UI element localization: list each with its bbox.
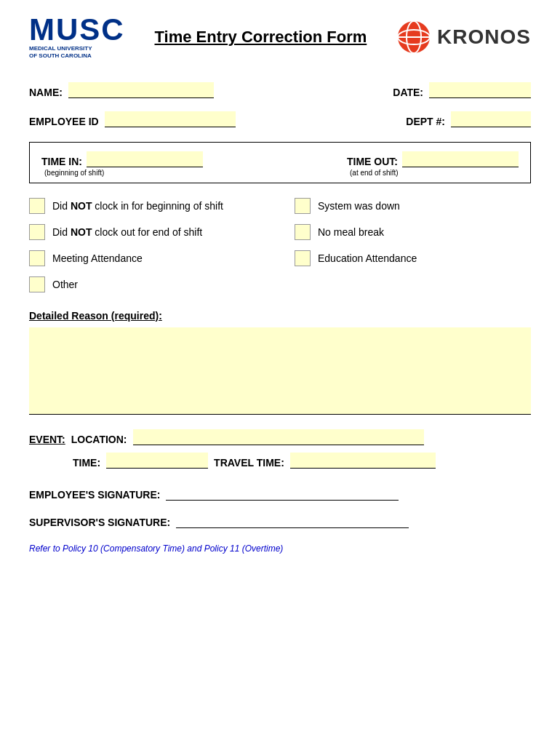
kronos-logo: KRONOS — [396, 20, 531, 55]
time-out-input[interactable] — [402, 151, 519, 167]
event-section: EVENT: LOCATION: TIME: TRAVEL TIME: — [29, 429, 531, 469]
date-input[interactable] — [429, 82, 531, 98]
checkbox-label-education: Education Attendance — [318, 252, 417, 265]
date-label: DATE: — [393, 87, 423, 98]
employee-sig-row: EMPLOYEE'S SIGNATURE: — [29, 486, 531, 501]
name-date-row: NAME: DATE: — [29, 82, 531, 98]
location-input[interactable] — [133, 429, 424, 445]
checkbox-grid: Did NOT clock in for beginning of shift … — [29, 198, 531, 266]
empid-label: EMPLOYEE ID — [29, 116, 99, 127]
footer-text: Refer to Policy 10 (Compensatory Time) a… — [29, 543, 283, 554]
checkbox-item-clock-out: Did NOT clock out for end of shift — [29, 224, 265, 240]
event-time-input[interactable] — [106, 453, 208, 469]
detailed-reason-section: Detailed Reason (required): — [29, 310, 531, 418]
empid-dept-row: EMPLOYEE ID DEPT #: — [29, 111, 531, 127]
checkbox-item-no-meal: No meal break — [295, 224, 531, 240]
musc-logo: MUSC MEDICAL UNIVERSITY OF SOUTH CAROLIN… — [29, 15, 125, 60]
dept-input[interactable] — [451, 111, 531, 127]
employee-sig-line — [166, 486, 399, 501]
checkbox-item-meeting: Meeting Attendance — [29, 250, 265, 266]
time-box: TIME IN: (beginning of shift) TIME OUT: … — [29, 142, 531, 183]
time-out-label: TIME OUT: — [347, 156, 398, 167]
supervisor-sig-label: SUPERVISOR'S SIGNATURE: — [29, 517, 170, 528]
time-out-row: TIME OUT: — [347, 151, 519, 167]
kronos-text: KRONOS — [437, 25, 531, 49]
checkboxes-section: Did NOT clock in for beginning of shift … — [29, 198, 531, 292]
checkbox-other-row: Other — [29, 276, 531, 292]
time-in-label: TIME IN: — [41, 156, 82, 167]
name-label: NAME: — [29, 87, 63, 98]
supervisor-sig-row: SUPERVISOR'S SIGNATURE: — [29, 514, 531, 528]
empid-input[interactable] — [105, 111, 236, 127]
musc-subtitle-line1: MEDICAL UNIVERSITY — [29, 45, 92, 52]
checkbox-system-down[interactable] — [295, 198, 311, 214]
checkbox-clock-in[interactable] — [29, 198, 45, 214]
page-header: MUSC MEDICAL UNIVERSITY OF SOUTH CAROLIN… — [29, 15, 531, 60]
time-in-sublabel: (beginning of shift) — [41, 169, 104, 177]
travel-time-input[interactable] — [290, 453, 436, 469]
name-group: NAME: — [29, 82, 214, 98]
checkbox-item-system-down: System was down — [295, 198, 531, 214]
musc-letters: MUSC — [29, 15, 125, 45]
dept-label: DEPT #: — [406, 116, 445, 127]
basic-fields: NAME: DATE: EMPLOYEE ID DEPT #: — [29, 82, 531, 127]
checkbox-label-no-meal: No meal break — [318, 226, 384, 239]
detailed-reason-label: Detailed Reason (required): — [29, 310, 531, 322]
time-in-input[interactable] — [87, 151, 203, 167]
name-input[interactable] — [68, 82, 214, 98]
time-out-sublabel: (at end of shift) — [347, 169, 399, 177]
event-location-row: EVENT: LOCATION: — [29, 429, 531, 445]
checkbox-other[interactable] — [29, 276, 45, 292]
time-in-row: TIME IN: — [41, 151, 203, 167]
event-label: EVENT: — [29, 434, 65, 445]
checkbox-education[interactable] — [295, 250, 311, 266]
time-out-group: TIME OUT: (at end of shift) — [347, 151, 519, 177]
checkbox-meeting[interactable] — [29, 250, 45, 266]
detailed-reason-textarea[interactable] — [29, 327, 531, 415]
empid-group: EMPLOYEE ID — [29, 111, 236, 127]
travel-time-label: TRAVEL TIME: — [214, 457, 284, 469]
time-label: TIME: — [29, 457, 100, 469]
checkbox-item-education: Education Attendance — [295, 250, 531, 266]
signatures-section: EMPLOYEE'S SIGNATURE: SUPERVISOR'S SIGNA… — [29, 486, 531, 528]
form-title: Time Entry Correction Form — [155, 28, 367, 47]
checkbox-label-clock-out: Did NOT clock out for end of shift — [52, 226, 202, 239]
musc-subtitle-line2: OF SOUTH CAROLINA — [29, 52, 92, 60]
employee-sig-label: EMPLOYEE'S SIGNATURE: — [29, 489, 160, 501]
checkbox-label-other: Other — [52, 278, 78, 291]
footer: Refer to Policy 10 (Compensatory Time) a… — [29, 541, 531, 554]
checkbox-label-meeting: Meeting Attendance — [52, 252, 143, 265]
time-traveltime-row: TIME: TRAVEL TIME: — [29, 453, 531, 469]
checkbox-clock-out[interactable] — [29, 224, 45, 240]
date-group: DATE: — [393, 82, 531, 98]
dept-group: DEPT #: — [406, 111, 531, 127]
kronos-icon — [396, 20, 431, 55]
checkbox-no-meal[interactable] — [295, 224, 311, 240]
location-label: LOCATION: — [71, 434, 127, 445]
supervisor-sig-line — [176, 514, 409, 528]
time-in-group: TIME IN: (beginning of shift) — [41, 151, 203, 177]
checkbox-label-system-down: System was down — [318, 199, 400, 212]
checkbox-item-clock-in: Did NOT clock in for beginning of shift — [29, 198, 265, 214]
checkbox-label-clock-in: Did NOT clock in for beginning of shift — [52, 199, 223, 212]
